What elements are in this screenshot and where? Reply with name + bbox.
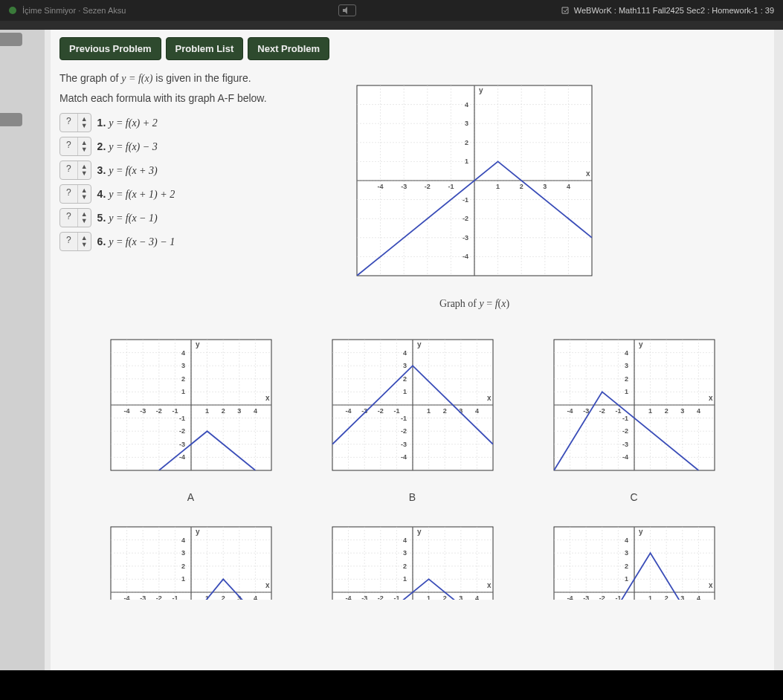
thumb-row-1: -4-3-2-11234-4-3-2-11234xy A -4-3-2-1123… [59, 323, 765, 503]
svg-text:-3: -3 [140, 594, 146, 600]
media-title-text: İçime Sinmiyor · Sezen Aksu [22, 6, 126, 15]
question-row: ?▲▼5. y = f(x − 1) [59, 208, 305, 227]
sidebar-handle[interactable] [0, 113, 22, 126]
svg-text:3: 3 [402, 549, 406, 557]
answer-select[interactable]: ?▲▼ [59, 113, 91, 132]
select-value: ? [60, 114, 78, 132]
thumb-A-label: A [91, 491, 291, 503]
question-label: 6. y = f(x − 3) − 1 [97, 236, 175, 248]
svg-text:2: 2 [624, 563, 628, 570]
svg-text:-1: -1 [393, 407, 399, 415]
svg-text:x: x [487, 581, 492, 589]
svg-text:y: y [639, 528, 643, 536]
question-label: 1. y = f(x) + 2 [97, 117, 158, 129]
svg-text:-4: -4 [345, 594, 351, 600]
svg-text:-2: -2 [377, 407, 383, 415]
svg-text:4: 4 [253, 407, 257, 415]
svg-text:-1: -1 [400, 415, 406, 422]
thumb-D: -4-3-2-11234-4-3-2-11234xy [91, 511, 291, 600]
stepper-icon: ▲▼ [78, 161, 91, 179]
svg-text:y: y [479, 86, 483, 94]
svg-text:-2: -2 [599, 594, 605, 600]
thumb-row-2: -4-3-2-11234-4-3-2-11234xy -4-3-2-11234-… [59, 511, 765, 600]
svg-text:2: 2 [624, 375, 628, 383]
svg-text:3: 3 [680, 407, 684, 415]
svg-text:1: 1 [648, 407, 652, 415]
svg-text:2: 2 [181, 563, 184, 570]
svg-text:4: 4 [402, 349, 406, 357]
graph-A: -4-3-2-11234-4-3-2-11234xy [94, 323, 288, 487]
svg-text:-1: -1 [172, 407, 178, 415]
sidebar-handle[interactable] [0, 33, 22, 46]
svg-text:4: 4 [181, 349, 184, 357]
svg-text:x: x [709, 394, 713, 402]
svg-text:-2: -2 [463, 215, 468, 222]
svg-text:1: 1 [427, 594, 431, 600]
svg-text:1: 1 [205, 407, 209, 415]
svg-text:3: 3 [680, 594, 684, 600]
svg-text:-1: -1 [615, 594, 621, 600]
svg-text:-2: -2 [425, 183, 431, 190]
figure-caption: Graph of y = f(x) [318, 298, 631, 310]
thumb-A: -4-3-2-11234-4-3-2-11234xy A [91, 323, 291, 503]
answer-select[interactable]: ?▲▼ [59, 184, 91, 204]
thumb-E: -4-3-2-11234-4-3-2-11234xy [312, 511, 513, 600]
graph-F: -4-3-2-11234-4-3-2-11234xy [538, 511, 731, 600]
svg-text:-2: -2 [599, 407, 605, 415]
question-row: ?▲▼2. y = f(x) − 3 [59, 137, 305, 156]
answer-select[interactable]: ?▲▼ [59, 232, 91, 251]
svg-text:-4: -4 [400, 453, 406, 461]
svg-text:-3: -3 [622, 441, 628, 448]
svg-text:-3: -3 [140, 407, 146, 415]
thumb-B-label: B [312, 491, 513, 503]
problem-content: Previous Problem Problem List Next Probl… [51, 30, 774, 700]
main-graph: -4-3-2-11234-4-3-2-11234xy [341, 69, 608, 292]
problem-list-button[interactable]: Problem List [166, 37, 244, 60]
svg-text:1: 1 [496, 183, 500, 190]
svg-text:2: 2 [221, 594, 225, 600]
prev-problem-button[interactable]: Previous Problem [59, 37, 161, 60]
next-problem-button[interactable]: Next Problem [248, 37, 329, 60]
question-row: ?▲▼1. y = f(x) + 2 [59, 113, 305, 132]
svg-text:-4: -4 [622, 453, 628, 461]
record-icon [9, 7, 16, 14]
svg-text:y: y [196, 340, 200, 349]
question-label: 5. y = f(x − 1) [97, 212, 158, 224]
svg-text:-2: -2 [622, 427, 628, 435]
svg-text:4: 4 [696, 594, 700, 600]
select-value: ? [60, 185, 78, 203]
svg-text:-4: -4 [463, 253, 468, 260]
svg-text:1: 1 [648, 594, 652, 600]
graph-C: -4-3-2-11234-4-3-2-11234xy [538, 323, 731, 487]
svg-text:4: 4 [474, 594, 478, 600]
svg-text:-4: -4 [567, 594, 573, 600]
question-list: ?▲▼1. y = f(x) + 2?▲▼2. y = f(x) − 3?▲▼3… [59, 113, 305, 251]
match-instruction: Match each formula with its graph A-F be… [59, 92, 305, 104]
question-row: ?▲▼3. y = f(x + 3) [59, 161, 305, 180]
question-row: ?▲▼4. y = f(x + 1) + 2 [59, 184, 305, 204]
svg-text:y: y [417, 528, 422, 536]
svg-text:-2: -2 [155, 594, 161, 600]
svg-text:y: y [417, 340, 422, 349]
select-value: ? [60, 209, 78, 227]
svg-text:2: 2 [664, 407, 668, 415]
nav-row: Previous Problem Problem List Next Probl… [59, 37, 765, 60]
answer-select[interactable]: ?▲▼ [59, 208, 91, 227]
answer-select[interactable]: ?▲▼ [59, 137, 91, 156]
answer-select[interactable]: ?▲▼ [59, 161, 91, 180]
svg-text:-3: -3 [583, 594, 589, 600]
thumb-C-label: C [534, 491, 735, 503]
svg-text:3: 3 [459, 594, 463, 600]
stepper-icon: ▲▼ [78, 185, 91, 203]
svg-text:y: y [196, 528, 200, 536]
svg-text:3: 3 [624, 362, 628, 369]
svg-text:4: 4 [474, 407, 478, 415]
svg-text:-1: -1 [172, 594, 178, 600]
sound-icon [338, 4, 356, 16]
tab-strip [0, 21, 783, 30]
thumb-C: -4-3-2-11234-4-3-2-11234xy C [534, 323, 735, 503]
svg-text:x: x [265, 394, 270, 402]
svg-text:2: 2 [442, 407, 446, 415]
page-breadcrumb: WeBWorK : Math111 Fall2425 Sec2 : Homewo… [561, 6, 774, 15]
svg-text:3: 3 [237, 407, 241, 415]
